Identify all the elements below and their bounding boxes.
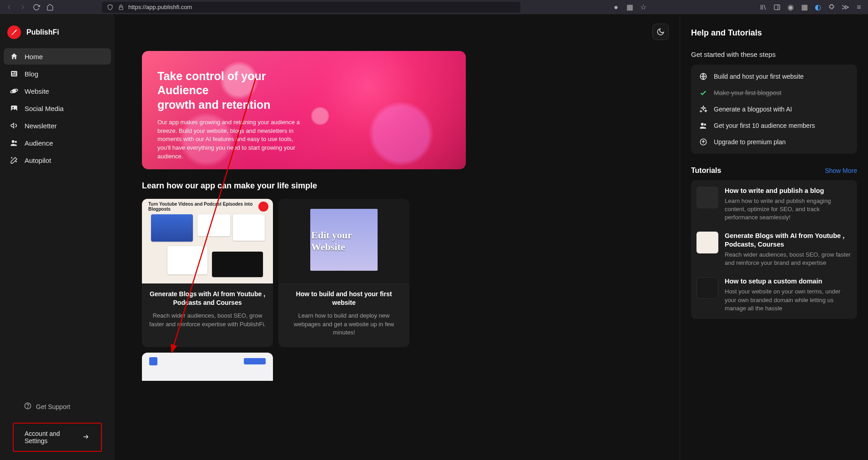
- sidebar-item-autopilot[interactable]: Autopilot: [4, 152, 111, 168]
- arrow-right-icon: [81, 433, 90, 442]
- tutorials-heading: Tutorials: [691, 167, 721, 175]
- home-icon: [10, 52, 18, 61]
- users-icon: [10, 139, 18, 147]
- nav: HomeBlogWebsiteSocial MediaNewsletterAud…: [4, 48, 111, 168]
- lock-icon: [117, 4, 125, 11]
- sidebar-icon[interactable]: [773, 4, 781, 11]
- ext-vpn-icon[interactable]: ◐: [814, 4, 822, 11]
- hero-banner: Take control of your Audience growth and…: [142, 51, 466, 169]
- tutorial-list: How to write and publish a blogLearn how…: [691, 180, 857, 319]
- tutorial-title: How to write and publish a blog: [725, 187, 852, 195]
- tutorial-item[interactable]: Generate Blogs with AI from Youtube , Po…: [696, 232, 852, 267]
- overflow-icon[interactable]: ≫: [842, 4, 849, 11]
- card-title: How to build and host your first website: [286, 290, 402, 307]
- star-icon[interactable]: ☆: [640, 4, 647, 11]
- browser-chrome: https://app.publishfi.com ● ▦ ☆ ◉ ▦ ◐ ≫ …: [0, 0, 868, 15]
- tutorial-desc: Reach wider audiences, boost SEO, grow f…: [725, 251, 852, 267]
- hero-body: Our app makes growing and retaining your…: [157, 118, 308, 161]
- onboarding-steps: Build and host your first websiteMake yo…: [691, 65, 857, 154]
- ext-dot-icon[interactable]: ●: [612, 4, 620, 11]
- card-thumb: Turn Youtube Videos and Podcast Episodes…: [142, 199, 273, 283]
- account-settings-label: Account and Settings: [25, 430, 75, 445]
- tutorial-item[interactable]: How to write and publish a blogLearn how…: [696, 187, 852, 222]
- tutorial-item[interactable]: How to setup a custom domainHost your we…: [696, 277, 852, 312]
- brand-name: PublishFi: [26, 28, 59, 36]
- library-icon[interactable]: [760, 4, 767, 11]
- svg-point-19: [704, 124, 707, 126]
- feature-card-build-website[interactable]: Edit your Website How to build and host …: [278, 199, 409, 347]
- check-icon: [699, 89, 707, 97]
- brand[interactable]: PublishFi: [4, 21, 111, 48]
- svg-point-13: [15, 141, 17, 143]
- step-label: Get your first 10 audience members: [714, 122, 815, 129]
- back-icon[interactable]: [5, 4, 13, 11]
- feature-card-partial[interactable]: [142, 353, 273, 381]
- step-label: Generate a blogpost with AI: [714, 106, 792, 113]
- get-support-link[interactable]: Get Support: [4, 399, 111, 415]
- url-bar[interactable]: https://app.publishfi.com: [102, 2, 520, 13]
- sidebar-item-label: Home: [25, 53, 43, 61]
- theme-toggle-button[interactable]: [652, 24, 669, 40]
- content-column: Take control of your Audience growth and…: [115, 15, 680, 460]
- svg-point-15: [28, 407, 28, 408]
- help-heading: Help and Tutorials: [691, 28, 857, 38]
- svg-point-12: [12, 140, 15, 143]
- card-desc: Reach wider audiences, boost SEO, grow f…: [149, 312, 266, 329]
- menu-icon[interactable]: ≡: [855, 4, 863, 11]
- svg-point-11: [12, 107, 14, 108]
- tutorial-thumb: [696, 277, 718, 299]
- wand-icon: [10, 156, 18, 164]
- image-icon: [10, 104, 18, 112]
- shield-icon: [106, 4, 114, 11]
- onboarding-step[interactable]: Generate a blogpost with AI: [694, 101, 854, 117]
- feature-card-ai-blogs[interactable]: Turn Youtube Videos and Podcast Episodes…: [142, 199, 273, 347]
- help-column: Help and Tutorials Get started with thes…: [680, 15, 868, 460]
- onboarding-step[interactable]: Build and host your first website: [694, 68, 854, 85]
- tutorial-desc: Host your website on your own terms, und…: [725, 288, 852, 313]
- step-label: Build and host your first website: [714, 73, 804, 80]
- planet-icon: [10, 87, 18, 95]
- sidebar-item-label: Newsletter: [25, 122, 57, 130]
- upgrade-icon: [699, 138, 707, 146]
- tutorial-desc: Learn how to write and publish engaging …: [725, 197, 852, 222]
- onboarding-step[interactable]: Upgrade to premium plan: [694, 134, 854, 150]
- sidebar-item-newsletter[interactable]: Newsletter: [4, 117, 111, 134]
- sidebar-item-home[interactable]: Home: [4, 48, 111, 65]
- step-label: Make your first blogpost: [714, 89, 782, 96]
- sidebar-item-label: Autopilot: [25, 157, 51, 164]
- card-title: Generate Blogs with AI from Youtube , Po…: [149, 290, 266, 307]
- sidebar-item-website[interactable]: Website: [4, 83, 111, 99]
- svg-rect-1: [774, 5, 780, 10]
- extensions-icon[interactable]: [828, 4, 835, 11]
- sidebar-item-audience[interactable]: Audience: [4, 135, 111, 151]
- sparkles-icon: [699, 105, 707, 113]
- card-thumb: Edit your Website: [278, 199, 409, 283]
- reload-icon[interactable]: [33, 4, 40, 11]
- account-settings-button[interactable]: Account and Settings: [13, 423, 102, 452]
- forward-icon[interactable]: [19, 4, 26, 11]
- ext-grid-icon[interactable]: ▦: [626, 4, 633, 11]
- support-label: Get Support: [36, 403, 71, 410]
- sidebar-item-social-media[interactable]: Social Media: [4, 100, 111, 116]
- ext-apps-icon[interactable]: ▦: [801, 4, 808, 11]
- onboarding-step[interactable]: Get your first 10 audience members: [694, 117, 854, 134]
- svg-rect-5: [15, 73, 16, 74]
- help-subheading: Get started with these steps: [691, 51, 857, 58]
- sidebar: PublishFi HomeBlogWebsiteSocial MediaNew…: [0, 15, 115, 460]
- tutorial-thumb: [696, 232, 718, 253]
- step-label: Upgrade to premium plan: [714, 138, 786, 146]
- svg-rect-6: [12, 74, 16, 75]
- url-text: https://app.publishfi.com: [128, 4, 192, 10]
- svg-rect-2: [11, 71, 17, 76]
- tutorial-title: Generate Blogs with AI from Youtube , Po…: [725, 232, 852, 249]
- onboarding-step[interactable]: Make your first blogpost: [694, 85, 854, 101]
- brand-logo-icon: [7, 25, 21, 39]
- tutorial-title: How to setup a custom domain: [725, 277, 852, 286]
- card-desc: Learn how to build and deploy new webpag…: [286, 312, 402, 338]
- sidebar-item-blog[interactable]: Blog: [4, 66, 111, 82]
- svg-rect-0: [119, 7, 123, 10]
- users-icon: [699, 121, 707, 130]
- show-more-link[interactable]: Show More: [825, 167, 857, 174]
- ext-shield-icon[interactable]: ◉: [787, 4, 794, 11]
- home-icon[interactable]: [46, 4, 54, 11]
